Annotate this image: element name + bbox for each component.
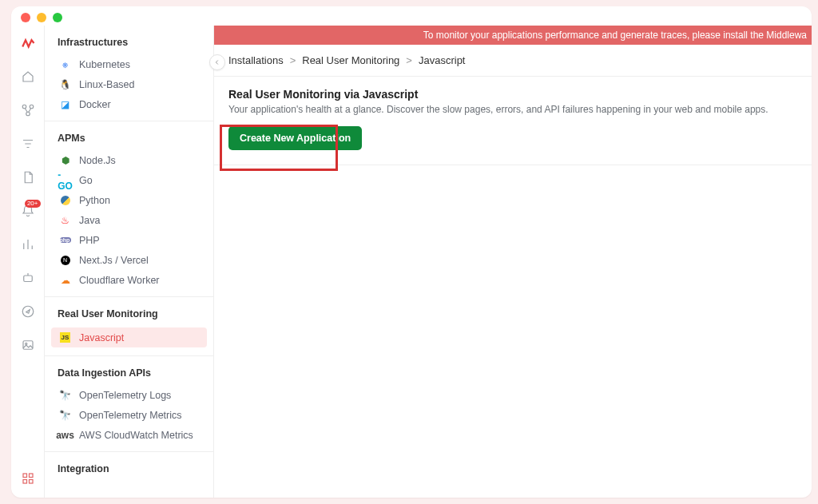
php-icon: php xyxy=(59,234,71,246)
bar-chart-icon[interactable] xyxy=(20,236,36,252)
sidebar-item-nodejs[interactable]: ⬢ Node.Js xyxy=(45,150,213,170)
sidebar-item-javascript[interactable]: JS Javascript xyxy=(51,327,207,347)
svg-rect-10 xyxy=(29,480,33,484)
main-panel: To monitor your applications performance… xyxy=(214,26,812,498)
svg-rect-3 xyxy=(23,276,32,282)
go-icon: -GO xyxy=(59,174,71,186)
cloudflare-icon: ☁ xyxy=(59,274,71,286)
svg-rect-8 xyxy=(29,474,33,478)
sidebar-item-go[interactable]: -GO Go xyxy=(45,170,213,190)
otel-icon: 🔭 xyxy=(59,389,71,401)
sidebar-section-integration: Integration xyxy=(45,452,213,487)
svg-rect-7 xyxy=(23,474,27,478)
logo-icon[interactable] xyxy=(20,35,36,51)
nodes-icon[interactable] xyxy=(20,102,36,118)
sidebar-item-label: Kubernetes xyxy=(79,59,130,70)
svg-rect-5 xyxy=(23,341,33,350)
sidebar-item-label: Docker xyxy=(79,99,111,110)
svg-rect-9 xyxy=(23,480,27,484)
sidebar-item-php[interactable]: php PHP xyxy=(45,230,213,250)
breadcrumb: Installations > Real User Monitoring > J… xyxy=(214,45,812,77)
app-content: 20+ Infrastructures ⎈ xyxy=(11,26,812,498)
sidebar-item-aws-cloudwatch[interactable]: aws AWS CloudWatch Metrics xyxy=(45,425,213,445)
sidebar-item-label: PHP xyxy=(79,235,100,246)
java-icon: ♨ xyxy=(59,214,71,226)
alerts-badge: 20+ xyxy=(25,200,41,208)
page-title: Real User Monitoring via Javascript xyxy=(228,88,797,101)
sidebar-item-docker[interactable]: ◪ Docker xyxy=(45,94,213,114)
sidebar: Infrastructures ⎈ Kubernetes 🐧 Linux-Bas… xyxy=(45,26,214,498)
sidebar-heading: Infrastructures xyxy=(45,34,213,54)
apps-grid-icon[interactable] xyxy=(20,470,36,486)
document-icon[interactable] xyxy=(20,169,36,185)
compass-icon[interactable] xyxy=(20,304,36,319)
sidebar-heading: APMs xyxy=(45,129,213,150)
sidebar-item-kubernetes[interactable]: ⎈ Kubernetes xyxy=(45,54,213,74)
sidebar-item-linux[interactable]: 🐧 Linux-Based xyxy=(45,74,213,94)
nextjs-icon: N xyxy=(59,254,71,266)
nodejs-icon: ⬢ xyxy=(59,154,71,166)
sidebar-section-ingestion: Data Ingestion APIs 🔭 OpenTelemetry Logs… xyxy=(45,356,213,452)
docker-icon: ◪ xyxy=(59,98,71,110)
aws-icon: aws xyxy=(59,429,71,441)
python-icon xyxy=(59,194,71,206)
install-banner[interactable]: To monitor your applications performance… xyxy=(214,26,812,45)
collapse-sidebar-button[interactable] xyxy=(209,54,225,70)
sidebar-heading: Data Ingestion APIs xyxy=(45,364,213,385)
sidebar-item-label: OpenTelemetry Logs xyxy=(79,390,171,401)
sidebar-item-label: Node.Js xyxy=(79,155,116,166)
breadcrumb-item[interactable]: Real User Monitoring xyxy=(302,54,399,66)
breadcrumb-item[interactable]: Javascript xyxy=(419,54,466,66)
app-window: 20+ Infrastructures ⎈ xyxy=(11,6,812,498)
chevron-right-icon: > xyxy=(290,54,296,66)
robot-icon[interactable] xyxy=(20,270,36,286)
svg-point-0 xyxy=(22,105,26,109)
sidebar-heading: Integration xyxy=(45,460,213,481)
sidebar-item-nextjs[interactable]: N Next.Js / Vercel xyxy=(45,250,213,270)
sidebar-item-label: Next.Js / Vercel xyxy=(79,255,149,266)
otel-icon: 🔭 xyxy=(59,409,71,421)
sidebar-item-otel-logs[interactable]: 🔭 OpenTelemetry Logs xyxy=(45,385,213,405)
alerts-icon[interactable]: 20+ xyxy=(20,203,36,219)
sidebar-item-label: Java xyxy=(79,215,100,226)
banner-text: To monitor your applications performance… xyxy=(423,30,807,41)
sidebar-item-label: Linux-Based xyxy=(79,79,135,90)
window-close-icon[interactable] xyxy=(21,13,30,22)
chevron-right-icon: > xyxy=(406,54,412,66)
chevron-left-icon xyxy=(213,58,221,66)
svg-point-2 xyxy=(26,112,30,116)
svg-point-1 xyxy=(30,105,34,109)
create-new-application-button[interactable]: Create New Application xyxy=(228,126,362,150)
sidebar-section-rum: Real User Monitoring JS Javascript xyxy=(45,297,213,356)
sidebar-item-label: OpenTelemetry Metrics xyxy=(79,410,182,421)
sidebar-heading: Real User Monitoring xyxy=(45,305,213,326)
sidebar-item-label: Javascript xyxy=(79,332,124,343)
window-minimize-icon[interactable] xyxy=(37,13,46,22)
window-zoom-icon[interactable] xyxy=(53,13,62,22)
svg-point-4 xyxy=(22,306,34,317)
sidebar-item-label: Cloudflare Worker xyxy=(79,275,160,286)
sidebar-item-label: Python xyxy=(79,195,110,206)
sidebar-item-cloudflare[interactable]: ☁ Cloudflare Worker xyxy=(45,270,213,290)
filter-icon[interactable] xyxy=(20,136,36,152)
linux-icon: 🐧 xyxy=(59,78,71,90)
sidebar-section-infra: Infrastructures ⎈ Kubernetes 🐧 Linux-Bas… xyxy=(45,26,213,121)
sidebar-section-apms: APMs ⬢ Node.Js -GO Go Python ♨ Java xyxy=(45,121,213,297)
breadcrumb-item[interactable]: Installations xyxy=(228,54,284,66)
sidebar-item-python[interactable]: Python xyxy=(45,190,213,210)
page-header: Real User Monitoring via Javascript Your… xyxy=(214,77,812,165)
sidebar-item-label: Go xyxy=(79,175,93,186)
kubernetes-icon: ⎈ xyxy=(59,58,71,70)
home-icon[interactable] xyxy=(20,69,36,85)
nav-rail: 20+ xyxy=(11,26,45,498)
sidebar-item-otel-metrics[interactable]: 🔭 OpenTelemetry Metrics xyxy=(45,405,213,425)
picture-icon[interactable] xyxy=(20,337,36,353)
javascript-icon: JS xyxy=(59,331,71,343)
page-subtitle: Your application's health at a glance. D… xyxy=(228,104,797,115)
window-titlebar xyxy=(11,6,812,21)
sidebar-item-java[interactable]: ♨ Java xyxy=(45,210,213,230)
sidebar-item-label: AWS CloudWatch Metrics xyxy=(79,430,193,441)
